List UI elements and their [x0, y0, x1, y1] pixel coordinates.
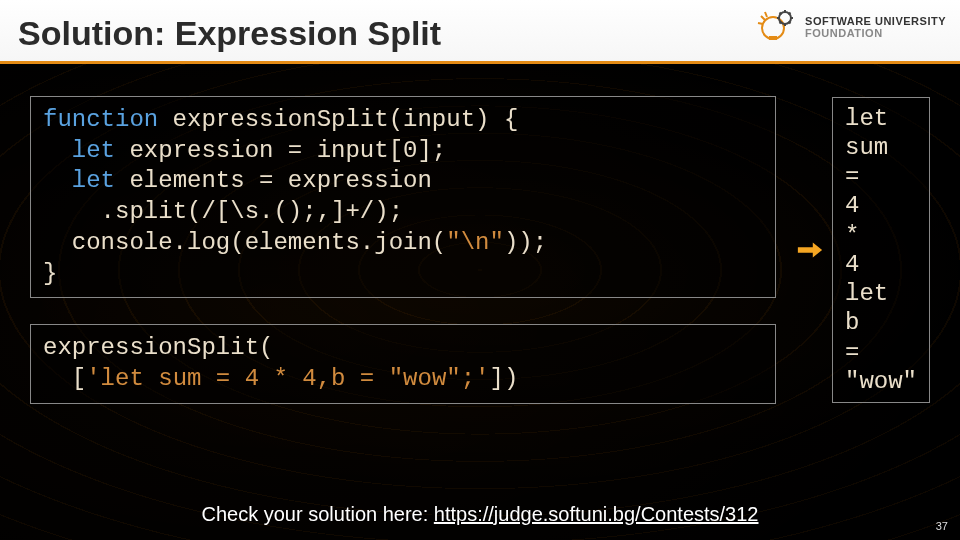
logo-text: SOFTWARE UNIVERSITY FOUNDATION — [805, 16, 946, 39]
code-block-function: function expressionSplit(input) { let ex… — [30, 96, 776, 298]
logo: SOFTWARE UNIVERSITY FOUNDATION — [755, 6, 946, 50]
page-title: Solution: Expression Split — [18, 14, 441, 52]
page-number: 37 — [936, 520, 948, 532]
arrow-right-icon — [796, 240, 824, 260]
lightbulb-gear-icon — [755, 6, 799, 50]
code-block-call: expressionSplit( ['let sum = 4 * 4,b = "… — [30, 324, 776, 403]
footer: Check your solution here: https://judge.… — [0, 503, 960, 526]
svg-point-0 — [762, 17, 784, 39]
svg-line-8 — [780, 22, 782, 24]
svg-line-7 — [780, 13, 782, 15]
solution-link[interactable]: https://judge.softuni.bg/Contests/312 — [434, 503, 759, 525]
svg-line-9 — [789, 13, 791, 15]
footer-lead: Check your solution here: — [201, 503, 433, 525]
output-block: let sum = 4 * 4 let b = "wow" — [832, 97, 930, 404]
svg-line-6 — [789, 22, 791, 24]
